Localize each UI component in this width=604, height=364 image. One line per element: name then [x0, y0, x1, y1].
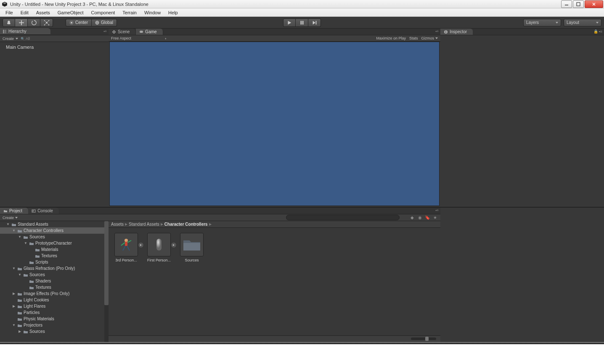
tree-node[interactable]: Materials [0, 246, 109, 253]
project-search[interactable] [286, 215, 400, 220]
preview-play-icon[interactable] [138, 242, 144, 248]
menu-assets[interactable]: Assets [32, 9, 54, 16]
aspect-stepper-icon[interactable]: ♦ [165, 37, 167, 40]
console-tab[interactable]: Console [28, 208, 59, 214]
game-tab[interactable]: Game [136, 29, 163, 35]
svg-rect-23 [3, 31, 4, 32]
tree-node[interactable]: Physic Materials [0, 316, 109, 322]
inspector-panel: Inspector 🔒 ▪≡ [440, 29, 604, 207]
tree-node-label: Sources [29, 329, 45, 334]
expand-arrow-icon[interactable]: ▼ [18, 235, 22, 239]
breadcrumb-item[interactable]: Character Controllers [164, 222, 208, 227]
tree-scrollbar[interactable] [104, 221, 109, 342]
label-filter-icon[interactable]: 🔖 [424, 215, 430, 220]
tree-node[interactable]: Light Cookies [0, 297, 109, 303]
menu-window[interactable]: Window [140, 9, 164, 16]
expand-arrow-icon[interactable]: ▼ [12, 323, 16, 327]
tree-node[interactable]: ▼Projectors [0, 322, 109, 328]
hierarchy-tab[interactable]: Hierarchy [0, 28, 50, 35]
tree-node[interactable]: ▼PrototypeCharacter [0, 240, 109, 246]
game-viewport[interactable] [109, 42, 440, 206]
pivot-button[interactable]: Center [66, 19, 92, 26]
preview-play-icon[interactable] [171, 242, 177, 248]
gizmos-dropdown[interactable]: Gizmos [421, 36, 438, 40]
step-button[interactable] [308, 18, 321, 27]
expand-arrow-icon[interactable]: ▼ [24, 241, 28, 245]
tree-node[interactable]: ▼Glass Refraction (Pro Only) [0, 265, 109, 272]
scale-tool[interactable] [40, 18, 53, 27]
svg-rect-22 [3, 30, 4, 31]
panel-options-icon[interactable]: ▪≡ [103, 29, 107, 33]
expand-arrow-icon[interactable]: ▶ [12, 304, 16, 308]
tree-node[interactable]: ▼Character Controllers [0, 227, 109, 234]
stats-toggle[interactable]: Stats [409, 36, 418, 40]
project-panel: Project Console ▪≡ Create ◆ ◉ 🔖 ★ ▼Stand… [0, 208, 440, 342]
tree-node[interactable]: ▶Light Flares [0, 303, 109, 309]
tree-node[interactable]: Textures [0, 253, 109, 259]
pause-button[interactable] [296, 18, 308, 27]
rotate-tool[interactable] [28, 18, 40, 27]
tree-node[interactable]: ▶Sources [0, 328, 109, 335]
breadcrumb-item[interactable]: Assets [111, 222, 124, 227]
tree-node[interactable]: Scripts [0, 259, 109, 265]
expand-arrow-icon[interactable]: ▼ [6, 222, 10, 226]
title-bar: Unity - Untitled - New Unity Project 3 -… [0, 0, 604, 8]
search-filter-icon[interactable]: ◆ [409, 215, 415, 220]
menu-terrain[interactable]: Terrain [119, 9, 140, 16]
asset-item[interactable]: First Person... [146, 233, 172, 262]
project-create-button[interactable]: Create [3, 216, 18, 220]
aspect-dropdown[interactable]: Free Aspect [111, 36, 131, 40]
close-button[interactable] [585, 0, 603, 8]
tree-node[interactable]: ▼Standard Assets [0, 221, 109, 227]
tree-node[interactable]: ▼Sources [0, 272, 109, 278]
tree-node[interactable]: ▼Sources [0, 234, 109, 240]
inspector-options-icon[interactable]: ▪≡ [599, 29, 602, 34]
tree-node[interactable]: Shaders [0, 278, 109, 284]
expand-arrow-icon[interactable]: ▶ [18, 330, 22, 333]
menu-help[interactable]: Help [164, 9, 182, 16]
project-tab[interactable]: Project [0, 208, 28, 214]
layout-dropdown[interactable]: Layout [564, 19, 601, 26]
menu-gameobject[interactable]: GameObject [54, 9, 87, 16]
console-icon [32, 209, 36, 213]
play-button[interactable] [283, 18, 296, 27]
scene-tab[interactable]: Scene [109, 29, 136, 35]
breadcrumb-item[interactable]: Standard Assets [129, 222, 159, 227]
tree-node-label: Materials [41, 247, 58, 252]
menu-edit[interactable]: Edit [17, 9, 32, 16]
favorite-icon[interactable]: ★ [432, 215, 438, 220]
tree-node[interactable]: ▶Image Effects (Pro Only) [0, 290, 109, 297]
hierarchy-search[interactable]: All [21, 37, 106, 41]
project-options-icon[interactable]: ▪≡ [435, 208, 439, 212]
tree-node[interactable]: Textures [0, 284, 109, 290]
hierarchy-create-button[interactable]: Create [3, 37, 18, 41]
layers-dropdown[interactable]: Layers [523, 19, 561, 26]
expand-arrow-icon[interactable]: ▼ [12, 229, 16, 232]
hand-tool[interactable] [3, 18, 15, 27]
maximize-on-play-toggle[interactable]: Maximize on Play [376, 36, 406, 40]
menu-component[interactable]: Component [87, 9, 119, 16]
handle-button[interactable]: Global [92, 19, 117, 26]
lock-icon[interactable]: 🔒 [593, 29, 598, 34]
project-tree[interactable]: ▼Standard Assets▼Character Controllers▼S… [0, 221, 109, 342]
asset-item[interactable]: 3rd Person... [114, 233, 139, 262]
expand-arrow-icon[interactable]: ▼ [18, 273, 22, 277]
tree-node[interactable]: Particles [0, 309, 109, 316]
expand-arrow-icon[interactable]: ▶ [12, 292, 16, 295]
expand-arrow-icon[interactable]: ▼ [12, 266, 16, 270]
asset-item[interactable]: Sources [179, 233, 204, 262]
scene-icon [112, 30, 116, 34]
hierarchy-list[interactable]: Main Camera [0, 42, 109, 207]
scene-options-icon[interactable]: ▪≡ [435, 29, 439, 33]
inspector-tab[interactable]: Inspector [440, 29, 473, 35]
svg-rect-7 [46, 22, 48, 24]
thumbnail-size-slider[interactable] [411, 338, 436, 340]
minimize-button[interactable] [561, 0, 572, 8]
type-filter-icon[interactable]: ◉ [417, 215, 423, 220]
maximize-button[interactable] [573, 0, 584, 8]
menu-file[interactable]: File [2, 9, 17, 16]
move-tool[interactable] [15, 18, 28, 27]
project-grid[interactable]: 3rd Person...First Person...Sources [109, 228, 440, 335]
hierarchy-item[interactable]: Main Camera [0, 44, 109, 50]
tree-node-label: Shaders [35, 279, 51, 283]
